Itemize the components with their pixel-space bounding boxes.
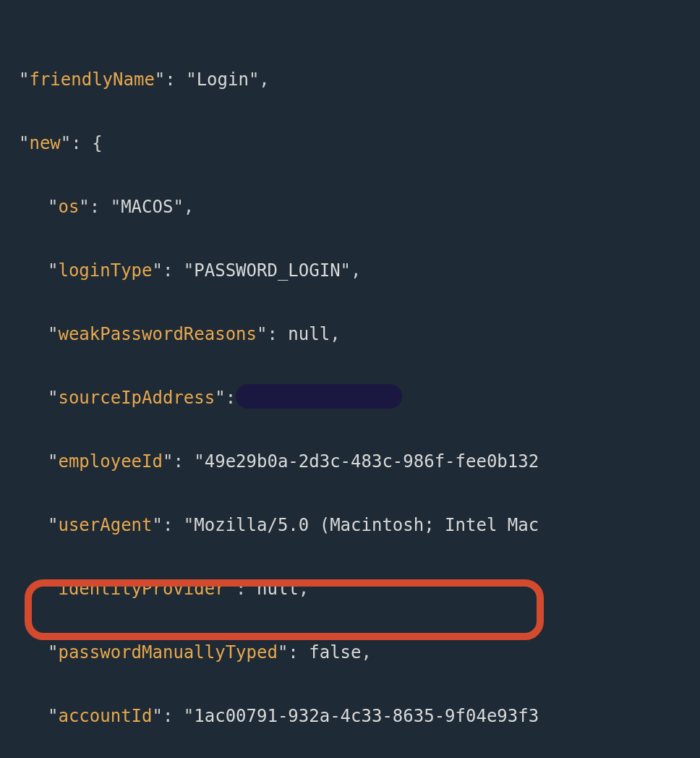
line-idp: "identityProvider": null,	[10, 573, 700, 605]
key-useragent: userAgent	[58, 515, 152, 535]
key-pwmantyped: passwordManuallyTyped	[58, 642, 277, 663]
key-idp: identityProvider	[58, 579, 225, 599]
key-sourceip: sourceIpAddress	[58, 388, 215, 408]
key-os: os	[58, 197, 79, 217]
line-logintype: "loginType": "PASSWORD_LOGIN",	[10, 255, 700, 286]
val-pwmantyped: false	[309, 642, 361, 663]
key-new: new	[29, 133, 60, 153]
line-accountid: "accountId": "1ac00791-932a-4c33-8635-9f…	[10, 700, 700, 732]
key-logintype: loginType	[58, 260, 152, 281]
val-accountid: 1ac00791-932a-4c33-8635-9f04e93f3	[194, 706, 539, 726]
key-weakpwreasons: weakPasswordReasons	[58, 324, 257, 344]
line-pwmantyped: "passwordManuallyTyped": false,	[10, 636, 700, 668]
val-os: MACOS	[121, 197, 173, 217]
line-weakpwreasons: "weakPasswordReasons": null,	[10, 318, 700, 350]
val-weakpwreasons: null	[288, 324, 330, 344]
line-new: "new": {	[10, 127, 700, 159]
val-friendlyname: Login	[197, 69, 249, 90]
val-idp: null	[257, 579, 299, 599]
redacted-ip-pill	[236, 384, 402, 409]
key-employeeid: employeeId	[58, 451, 163, 472]
val-useragent: Mozilla/5.0 (Macintosh; Intel Mac	[194, 515, 539, 535]
val-logintype: PASSWORD_LOGIN	[194, 260, 340, 281]
line-sourceip: "sourceIpAddress":	[10, 382, 700, 414]
json-code-view: "friendlyName": "Login", "new": { "os": …	[0, 0, 700, 758]
val-employeeid: 49e29b0a-2d3c-483c-986f-fee0b132	[205, 451, 539, 472]
key-accountid: accountId	[58, 706, 152, 726]
line-employeeid: "employeeId": "49e29b0a-2d3c-483c-986f-f…	[10, 446, 700, 477]
line-friendlyname: "friendlyName": "Login",	[10, 64, 700, 95]
line-useragent: "userAgent": "Mozilla/5.0 (Macintosh; In…	[10, 509, 700, 541]
key-friendlyname: friendlyName	[29, 69, 154, 90]
line-os: "os": "MACOS",	[10, 191, 700, 223]
